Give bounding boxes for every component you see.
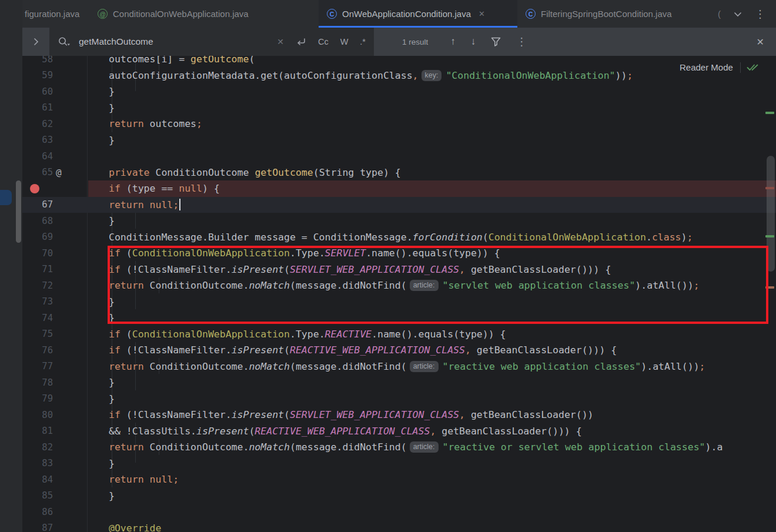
words-toggle[interactable]: W	[340, 37, 349, 46]
gutter-cell[interactable]: 80	[22, 407, 88, 423]
code-line[interactable]: 77 return ConditionOutcome.noMatch(messa…	[22, 359, 776, 375]
code-text[interactable]: if (type == null) {	[88, 180, 776, 197]
line-number[interactable]: 83	[22, 458, 53, 469]
code-line[interactable]: 82 return ConditionOutcome.noMatch(messa…	[22, 439, 776, 456]
line-number[interactable]: 74	[22, 313, 53, 323]
line-number[interactable]: 65	[22, 167, 53, 178]
gutter-cell[interactable]: 71	[22, 262, 88, 278]
search-icon[interactable]	[58, 36, 71, 47]
line-number[interactable]: 67	[22, 199, 53, 210]
code-text[interactable]: }	[88, 132, 776, 149]
line-number[interactable]: 58	[22, 56, 53, 65]
tool-window-handle[interactable]	[0, 190, 12, 205]
code-line[interactable]: 83 }	[22, 456, 776, 472]
code-line[interactable]: 63}	[22, 132, 776, 149]
code-text[interactable]: private ConditionOutcome getOutcome(Stri…	[88, 165, 776, 181]
code-text[interactable]: }	[88, 456, 776, 472]
line-number[interactable]: 68	[22, 216, 53, 226]
code-line[interactable]: 74 }	[22, 310, 776, 326]
gutter-cell[interactable]: 60	[22, 83, 88, 100]
gutter-cell[interactable]: 65@	[22, 165, 88, 181]
line-number[interactable]: 64	[22, 151, 53, 162]
code-text[interactable]: if (!ClassNameFilter.isPresent(SERVLET_W…	[88, 262, 776, 278]
code-text[interactable]: if (!ClassNameFilter.isPresent(REACTIVE_…	[88, 342, 776, 359]
line-number[interactable]: 62	[22, 119, 53, 129]
gutter-cell[interactable]: 69	[22, 229, 88, 246]
code-line[interactable]: 70 if (ConditionalOnWebApplication.Type.…	[22, 245, 776, 262]
filter-icon[interactable]	[491, 37, 501, 46]
gutter-cell[interactable]: 67	[22, 197, 88, 213]
code-line[interactable]: 65@private ConditionOutcome getOutcome(S…	[22, 165, 776, 181]
reader-mode-widget[interactable]: Reader Mode	[674, 59, 776, 75]
code-line[interactable]: 73 }	[22, 294, 776, 310]
line-number[interactable]: 75	[22, 329, 53, 339]
line-number[interactable]: 81	[22, 426, 53, 436]
code-line[interactable]: 60 }	[22, 83, 776, 100]
code-line[interactable]: 68 }	[22, 213, 776, 229]
code-line[interactable]: 75 if (ConditionalOnWebApplication.Type.…	[22, 326, 776, 343]
gutter-cell[interactable]: 77	[22, 359, 88, 375]
gutter-cell[interactable]: 61	[22, 100, 88, 116]
code-text[interactable]: outcomes[i] = getOutcome(	[88, 56, 776, 68]
gutter-cell[interactable]: 62	[22, 116, 88, 132]
match-case-toggle[interactable]: Cc	[318, 37, 329, 46]
clear-search-icon[interactable]: ✕	[277, 37, 284, 46]
code-line[interactable]: 78 }	[22, 374, 776, 391]
code-text[interactable]: }	[88, 213, 776, 229]
code-line[interactable]: 86	[22, 504, 776, 520]
editor-scrollbar[interactable]	[767, 156, 775, 272]
gutter-cell[interactable]: 87	[22, 520, 88, 532]
line-number[interactable]: 69	[22, 232, 53, 242]
line-number[interactable]: 77	[22, 361, 53, 372]
code-text[interactable]: return outcomes;	[88, 116, 776, 132]
search-input[interactable]: getMatchOutcome ✕ Cc W .*	[49, 28, 374, 56]
line-number[interactable]: 61	[22, 102, 53, 113]
code-text[interactable]: }	[88, 374, 776, 391]
close-search-icon[interactable]: ✕	[757, 36, 764, 48]
gutter-cell[interactable]: 84	[22, 471, 88, 488]
line-number[interactable]: 72	[22, 280, 53, 291]
gutter-cell[interactable]: 59	[22, 68, 88, 84]
tab-filtering-spring-boot-condition[interactable]: C FilteringSpringBootCondition.java	[517, 0, 713, 28]
kebab-menu-icon[interactable]: ⋮	[755, 8, 765, 21]
code-text[interactable]: return null;	[88, 197, 776, 213]
code-text[interactable]: }	[88, 310, 776, 326]
line-number[interactable]: 70	[22, 248, 53, 259]
line-number[interactable]: 80	[22, 410, 53, 420]
line-number[interactable]: 63	[22, 135, 53, 145]
code-line[interactable]: 85}	[22, 488, 776, 504]
gutter-cell[interactable]	[22, 180, 88, 197]
code-text[interactable]: return ConditionOutcome.noMatch(message.…	[88, 439, 776, 456]
code-text[interactable]: return ConditionOutcome.noMatch(message.…	[88, 277, 776, 294]
gutter-cell[interactable]: 83	[22, 456, 88, 472]
code-text[interactable]: }	[88, 488, 776, 504]
code-line[interactable]: 81 && !ClassUtils.isPresent(REACTIVE_WEB…	[22, 423, 776, 440]
line-number[interactable]: 71	[22, 264, 53, 275]
code-text[interactable]: if (ConditionalOnWebApplication.Type.SER…	[88, 245, 776, 262]
code-text[interactable]: @Override	[88, 520, 776, 532]
gutter-cell[interactable]: 58	[22, 56, 88, 68]
code-text[interactable]: if (ConditionalOnWebApplication.Type.REA…	[88, 326, 776, 343]
line-number[interactable]: 86	[22, 507, 53, 517]
close-tab-icon[interactable]: ✕	[479, 9, 485, 18]
line-number[interactable]: 76	[22, 345, 53, 356]
code-line[interactable]: 80 if (!ClassNameFilter.isPresent(SERVLE…	[22, 407, 776, 423]
gutter-cell[interactable]: 78	[22, 374, 88, 391]
code-text[interactable]: autoConfigurationMetadata.get(autoConfig…	[88, 68, 776, 84]
breakpoint-icon[interactable]	[30, 184, 39, 193]
code-text[interactable]	[88, 148, 776, 165]
gutter-cell[interactable]: 82	[22, 439, 88, 456]
gutter-cell[interactable]: 72	[22, 277, 88, 294]
code-text[interactable]: if (!ClassNameFilter.isPresent(SERVLET_W…	[88, 407, 776, 423]
line-number[interactable]: 59	[22, 70, 53, 81]
code-editor[interactable]: 58 outcomes[i] = getOutcome(59 autoConfi…	[22, 56, 776, 532]
gutter-cell[interactable]: 79	[22, 391, 88, 407]
code-text[interactable]	[88, 504, 776, 520]
double-check-icon[interactable]	[747, 63, 760, 72]
code-text[interactable]: }	[88, 391, 776, 407]
gutter-cell[interactable]: 81	[22, 423, 88, 440]
gutter-cell[interactable]: 70	[22, 245, 88, 262]
code-line[interactable]: 79 }	[22, 391, 776, 407]
gutter-cell[interactable]: 74	[22, 310, 88, 326]
code-line[interactable]: 61 }	[22, 100, 776, 116]
